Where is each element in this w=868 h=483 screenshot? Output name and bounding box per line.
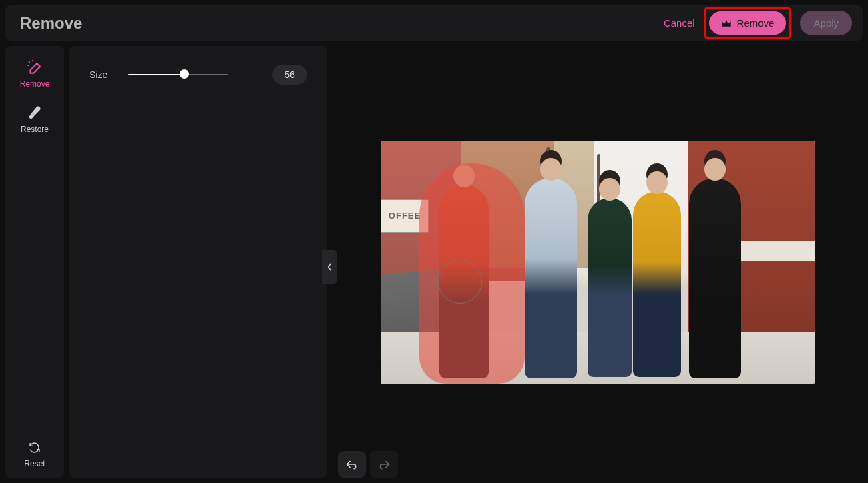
size-value: 56 (272, 65, 307, 85)
canvas-holder: OFFEE (333, 46, 863, 478)
svg-point-1 (32, 60, 33, 61)
cancel-button[interactable]: Cancel (664, 17, 695, 29)
canvas-area: OFFEE (333, 46, 863, 478)
size-row: Size 56 (89, 65, 307, 85)
photo-head-3 (599, 178, 620, 201)
history-controls (338, 451, 398, 478)
photo-person-5 (689, 178, 741, 378)
page-title: Remove (20, 14, 82, 33)
canvas-image[interactable]: OFFEE (381, 141, 815, 384)
reset-icon (27, 440, 42, 455)
photo-person-3 (588, 198, 632, 377)
remove-button-label: Remove (737, 17, 775, 29)
remove-button[interactable]: Remove (709, 11, 787, 35)
reset-label: Reset (24, 459, 45, 468)
apply-button[interactable]: Apply (800, 11, 852, 35)
tool-remove-label: Remove (20, 79, 50, 89)
photo-person-4 (633, 191, 681, 377)
slider-thumb[interactable] (180, 69, 189, 79)
svg-point-0 (29, 62, 30, 63)
size-slider[interactable] (128, 73, 228, 76)
brush-cursor (438, 260, 482, 304)
eraser-icon (26, 58, 43, 75)
redo-icon (377, 458, 391, 470)
header-bar: Remove Cancel Remove Apply (5, 5, 863, 41)
tool-restore[interactable]: Restore (21, 103, 49, 134)
undo-button[interactable] (338, 451, 366, 478)
header-actions: Cancel Remove Apply (664, 7, 852, 39)
slider-fill (128, 74, 184, 75)
photo-head-4 (646, 171, 668, 194)
settings-panel: Size 56 (69, 46, 327, 478)
reset-button[interactable]: Reset (24, 440, 45, 468)
photo-person-2 (525, 178, 577, 378)
body: Remove Restore Reset (5, 46, 863, 478)
app-root: Remove Cancel Remove Apply (0, 0, 868, 483)
tool-sidebar: Remove Restore Reset (5, 46, 64, 478)
crown-icon (721, 19, 732, 27)
size-label: Size (89, 69, 112, 80)
brush-icon (26, 103, 43, 121)
svg-point-2 (27, 65, 29, 67)
photo-head-2 (540, 158, 562, 181)
redo-button[interactable] (370, 451, 398, 478)
photo-head-5 (704, 158, 726, 181)
tool-restore-label: Restore (21, 125, 49, 134)
undo-icon (345, 458, 359, 470)
tool-remove[interactable]: Remove (20, 58, 50, 89)
remove-button-highlight: Remove (704, 7, 791, 39)
